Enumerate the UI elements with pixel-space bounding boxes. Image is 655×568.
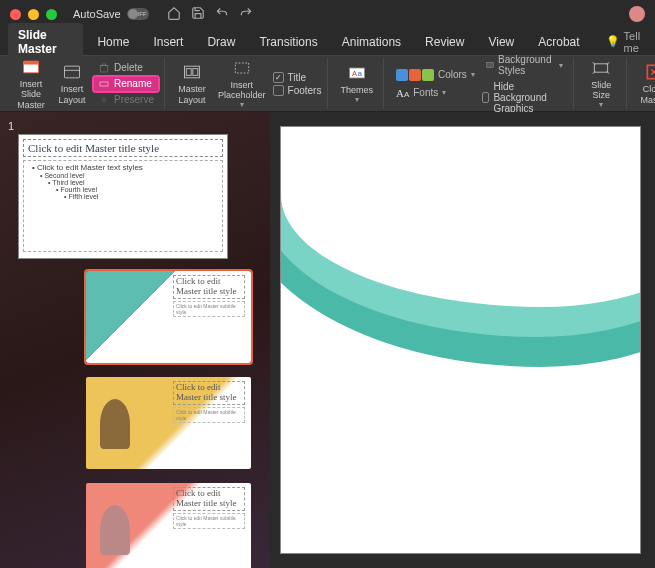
slide-number: 1: [8, 120, 264, 132]
layout-thumbnail-2[interactable]: Click to edit Master title style Click t…: [86, 377, 251, 469]
person-image-icon: [100, 505, 130, 555]
tell-me-search[interactable]: 💡 Tell me: [606, 30, 647, 54]
insert-placeholder-button[interactable]: Insert Placeholder: [214, 56, 270, 112]
rename-button[interactable]: Rename: [94, 77, 158, 91]
master-layout-icon: [182, 62, 202, 82]
workspace: 1 Click to edit Master title style • Cli…: [0, 112, 655, 568]
svg-rect-9: [235, 63, 248, 73]
svg-rect-1: [24, 61, 39, 64]
insert-slide-master-button[interactable]: Insert Slide Master: [12, 55, 50, 112]
minimize-window-button[interactable]: [28, 9, 39, 20]
lightbulb-icon: 💡: [606, 35, 620, 48]
slide-size-button[interactable]: Slide Size: [582, 56, 620, 112]
undo-icon[interactable]: [215, 6, 229, 22]
slide-size-icon: [591, 58, 611, 78]
layout-icon: [62, 62, 82, 82]
autosave-label: AutoSave: [73, 8, 121, 20]
checkbox-checked-icon: [273, 72, 284, 83]
ribbon-group-size: Slide Size: [576, 58, 627, 109]
svg-rect-7: [186, 69, 191, 76]
delete-button[interactable]: Delete: [94, 61, 158, 75]
pin-icon: [98, 94, 110, 106]
close-icon: [644, 62, 655, 82]
colors-button[interactable]: Colors: [392, 68, 479, 82]
svg-rect-4: [101, 65, 108, 72]
slide-thumbnail-panel[interactable]: 1 Click to edit Master title style • Cli…: [0, 112, 270, 568]
ribbon-group-background: Colors AA Fonts Background Styles Hide B…: [386, 58, 574, 109]
rename-icon: [98, 78, 110, 90]
tab-insert[interactable]: Insert: [143, 30, 193, 54]
home-icon[interactable]: [167, 6, 181, 22]
themes-icon: Aa: [347, 63, 367, 83]
colors-icon: [396, 69, 434, 81]
maximize-window-button[interactable]: [46, 9, 57, 20]
ribbon: Insert Slide Master Insert Layout Delete…: [0, 56, 655, 112]
themes-button[interactable]: Aa Themes: [336, 61, 377, 107]
toggle-off-icon: OFF: [127, 8, 149, 20]
person-image-icon: [100, 399, 130, 449]
svg-rect-2: [65, 66, 80, 78]
tab-review[interactable]: Review: [415, 30, 474, 54]
fonts-icon: AA: [396, 87, 409, 99]
svg-rect-8: [193, 69, 198, 76]
layout-thumbnail-1[interactable]: Click to edit Master title style Click t…: [86, 271, 251, 363]
slide-canvas[interactable]: [280, 126, 641, 554]
title-checkbox[interactable]: Title: [273, 72, 322, 83]
close-master-button[interactable]: Close Master: [635, 60, 655, 107]
placeholder-icon: [232, 58, 252, 78]
tab-transitions[interactable]: Transitions: [249, 30, 327, 54]
layout-thumbnail-3[interactable]: Click to edit Master title style Click t…: [86, 483, 251, 568]
preserve-button[interactable]: Preserve: [94, 93, 158, 107]
quick-access-toolbar: [167, 6, 253, 22]
master-slide-thumbnail[interactable]: Click to edit Master title style • Click…: [18, 134, 228, 259]
close-window-button[interactable]: [10, 9, 21, 20]
ribbon-group-close: Close Master: [629, 58, 655, 109]
checkbox-icon: [482, 92, 490, 103]
svg-rect-5: [100, 82, 108, 86]
checkbox-icon: [273, 85, 284, 96]
footers-checkbox[interactable]: Footers: [273, 85, 322, 96]
ribbon-group-themes: Aa Themes: [330, 58, 384, 109]
svg-text:A: A: [352, 68, 357, 77]
window-controls: [10, 9, 57, 20]
tab-animations[interactable]: Animations: [332, 30, 411, 54]
layout-thumbnails: Click to edit Master title style Click t…: [6, 271, 264, 568]
tab-draw[interactable]: Draw: [197, 30, 245, 54]
master-title-placeholder: Click to edit Master title style: [23, 139, 223, 157]
svg-rect-6: [185, 66, 200, 78]
svg-rect-13: [487, 62, 494, 67]
master-body-placeholder: • Click to edit Master text styles • Sec…: [23, 160, 223, 252]
hide-background-checkbox[interactable]: Hide Background Graphics: [482, 81, 567, 114]
ribbon-group-edit-master: Insert Slide Master Insert Layout Delete…: [6, 58, 165, 109]
fonts-button[interactable]: AA Fonts: [392, 86, 479, 100]
slide-master-icon: [21, 57, 41, 77]
autosave-toggle[interactable]: AutoSave OFF: [73, 8, 149, 20]
slide-canvas-area[interactable]: [270, 112, 655, 568]
insert-layout-button[interactable]: Insert Layout: [53, 60, 91, 107]
ribbon-tabs: Slide Master Home Insert Draw Transition…: [0, 28, 655, 56]
delete-icon: [98, 62, 110, 74]
svg-rect-14: [595, 63, 608, 71]
background-styles-icon: [486, 59, 494, 71]
tab-view[interactable]: View: [478, 30, 524, 54]
tab-acrobat[interactable]: Acrobat: [528, 30, 589, 54]
master-layout-button[interactable]: Master Layout: [173, 60, 211, 107]
ribbon-group-master-layout: Master Layout Insert Placeholder Title F…: [167, 58, 328, 109]
profile-avatar-icon[interactable]: [629, 6, 645, 22]
save-icon[interactable]: [191, 6, 205, 22]
tell-me-label: Tell me: [624, 30, 647, 54]
titlebar: AutoSave OFF: [0, 0, 655, 28]
background-styles-button[interactable]: Background Styles: [482, 53, 567, 77]
redo-icon[interactable]: [239, 6, 253, 22]
tab-home[interactable]: Home: [87, 30, 139, 54]
